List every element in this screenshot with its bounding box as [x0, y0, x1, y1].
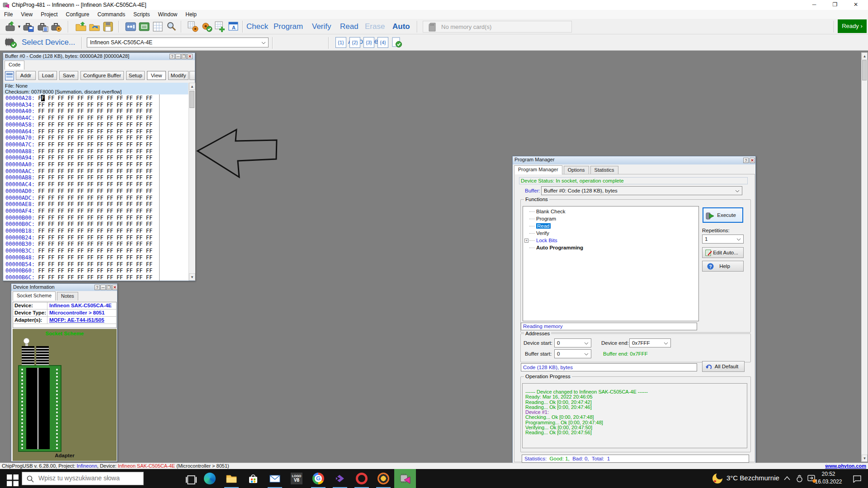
save-file-icon[interactable]	[102, 21, 114, 33]
hex-row[interactable]: 00000B24: FF FF FF FF FF FF FF FF FF FF …	[5, 235, 189, 241]
scroll-up-icon[interactable]: ▲	[189, 83, 195, 90]
hex-row[interactable]: 00000A7C: FF FF FF FF FF FF FF FF FF FF …	[5, 141, 189, 148]
wizard-run-icon[interactable]	[392, 37, 402, 48]
device-search-icon[interactable]	[165, 21, 177, 33]
hex-row[interactable]: 00000B54: FF FF FF FF FF FF FF FF FF FF …	[5, 261, 189, 268]
buffer-button-setup[interactable]: Setup	[126, 71, 145, 80]
scrollbar-thumb[interactable]	[862, 60, 867, 80]
close-icon[interactable]: ✕	[187, 54, 193, 59]
open-project-caret-icon[interactable]: ▼	[17, 24, 21, 29]
hex-row[interactable]: 00000B48: FF FF FF FF FF FF FF FF FF FF …	[5, 254, 189, 261]
pm-tab-program-manager[interactable]: Program Manager	[514, 165, 562, 174]
help-button[interactable]: ? Help	[702, 261, 744, 272]
hex-row[interactable]: 00000B18: FF FF FF FF FF FF FF FF FF FF …	[5, 228, 189, 235]
weather-text[interactable]: 3°C Bezchmurnie	[726, 474, 779, 482]
window-list-icon[interactable]: A	[228, 21, 240, 33]
taskbar-item-visual-studio[interactable]	[329, 469, 351, 488]
select-device-button[interactable]: Select Device...	[22, 37, 75, 48]
hex-row[interactable]: 00000A40: FF FF FF FF FF FF FF FF FF FF …	[5, 108, 189, 115]
hex-row[interactable]: 00000AE8: FF FF FF FF FF FF FF FF FF FF …	[5, 201, 189, 208]
load-file-icon[interactable]	[75, 21, 87, 33]
function-item[interactable]: Program	[523, 216, 698, 223]
restore-icon[interactable]: ❐	[106, 285, 112, 290]
pm-tab-options[interactable]: Options	[564, 166, 589, 174]
buffer-button-addr[interactable]: Addr	[16, 71, 36, 80]
action-program[interactable]: Program	[274, 21, 303, 33]
hex-row[interactable]: 00000A70: FF FF FF FF FF FF FF FF FF FF …	[5, 135, 189, 141]
wizard-step-3-icon[interactable]: {3}	[363, 37, 374, 48]
device-info-icon[interactable]	[138, 21, 150, 33]
menu-commands[interactable]: Commands	[94, 10, 129, 19]
device-end-dropdown[interactable]: 0x7FFF	[629, 338, 671, 347]
help-icon[interactable]: ?	[94, 285, 100, 290]
auto-programming-icon[interactable]	[201, 21, 212, 33]
hex-row[interactable]: 00000ADC: FF FF FF FF FF FF FF FF FF FF …	[5, 195, 189, 202]
menu-file[interactable]: File	[0, 10, 17, 19]
pm-tab-statistics[interactable]: Statistics	[590, 166, 618, 174]
menu-view[interactable]: View	[17, 10, 37, 19]
phyton-link[interactable]: www.phyton.com	[825, 463, 866, 469]
notification-icon[interactable]	[853, 475, 862, 483]
hex-row[interactable]: 00000AB8: FF FF FF FF FF FF FF FF FF FF …	[5, 174, 189, 181]
hex-row[interactable]: 00000A88: FF FF FF FF FF FF FF FF FF FF …	[5, 148, 189, 155]
hex-row[interactable]: 00000B60: FF FF FF FF FF FF FF FF FF FF …	[5, 267, 189, 274]
task-view-button[interactable]	[179, 469, 201, 488]
function-item[interactable]: Auto Programming	[523, 245, 698, 252]
wizard-step-2-icon[interactable]: {2}	[349, 37, 360, 48]
device-editor-icon[interactable]	[125, 21, 137, 33]
di-tab-socket-scheme[interactable]: Socket Scheme	[13, 291, 56, 300]
menu-help[interactable]: Help	[181, 10, 201, 19]
taskbar-item-chipprog-active[interactable]	[394, 469, 416, 488]
operation-log[interactable]: ------ Device changed to Infineon SAK-C5…	[522, 383, 747, 448]
menu-scripts[interactable]: Scripts	[129, 10, 154, 19]
buffer-scrollbar[interactable]: ▲ ▼	[189, 83, 195, 281]
minimize-button[interactable]: ─	[804, 0, 825, 10]
buffer-button-bl[interactable]: Bl	[189, 71, 195, 80]
minimize-icon[interactable]: ─	[100, 285, 106, 290]
new-buffer-icon[interactable]	[214, 21, 226, 33]
function-item[interactable]: Blank Check	[523, 209, 698, 216]
taskbar-item-logo-v8[interactable]: LOGO V8	[286, 469, 307, 488]
pm-buffer-dropdown[interactable]: Buffer #0: Code (128 KB), bytes	[541, 186, 742, 195]
view-mode-icon[interactable]	[5, 71, 14, 80]
menu-configure[interactable]: Configure	[62, 10, 94, 19]
hex-row[interactable]: 00000AA0: FF FF FF FF FF FF FF FF FF FF …	[5, 161, 189, 168]
hex-dump[interactable]: 00000A28: FF FF FF FF FF FF FF FF FF FF …	[4, 94, 189, 281]
tab-code[interactable]: Code	[5, 61, 24, 70]
di-tab-notes[interactable]: Notes	[57, 292, 78, 300]
pm-titlebar[interactable]: Program Manager	[513, 156, 755, 164]
scroll-down-icon[interactable]: ▼	[189, 273, 195, 281]
repetitions-dropdown[interactable]: 1	[702, 235, 744, 244]
buffer-button-modify[interactable]: Modify	[168, 71, 189, 80]
wizard-step-4-icon[interactable]: {4}	[377, 37, 388, 48]
hex-row[interactable]: 00000A28: FF FF FF FF FF FF FF FF FF FF …	[5, 95, 189, 102]
minimize-icon[interactable]: ─	[175, 54, 181, 59]
buffer-button-view[interactable]: View	[147, 71, 166, 80]
hex-row[interactable]: 00000B30: FF FF FF FF FF FF FF FF FF FF …	[5, 241, 189, 248]
scrollbar-thumb[interactable]	[189, 91, 194, 108]
start-button[interactable]	[0, 469, 22, 488]
program-manager-icon[interactable]	[187, 21, 199, 33]
function-item[interactable]: +Lock Bits	[523, 238, 698, 245]
buffer-window-titlebar[interactable]: Buffer #0 - Code (128 KB), bytes: 00000A…	[3, 53, 195, 60]
buffer-start-dropdown[interactable]: 0	[554, 349, 591, 358]
search-input[interactable]	[38, 474, 137, 482]
taskbar-item-opera[interactable]	[351, 469, 373, 488]
project-options-icon[interactable]	[51, 21, 62, 33]
tray-icon-1[interactable]	[796, 475, 803, 483]
hex-row[interactable]: 00000B0C: FF FF FF FF FF FF FF FF FF FF …	[5, 221, 189, 228]
action-verify[interactable]: Verify	[312, 21, 331, 33]
taskbar-item-mail[interactable]	[264, 469, 286, 488]
device-start-dropdown[interactable]: 0	[554, 338, 591, 347]
restore-icon[interactable]: ❐	[181, 54, 187, 59]
taskbar-item-chrome[interactable]: G	[307, 469, 329, 488]
action-auto[interactable]: Auto	[392, 21, 410, 33]
menu-project[interactable]: Project	[37, 10, 61, 19]
all-default-button[interactable]: All Default	[702, 361, 745, 372]
functions-tree[interactable]: Blank CheckProgramReadVerify+Lock BitsAu…	[523, 206, 699, 321]
action-read[interactable]: Read	[340, 21, 359, 33]
hex-row[interactable]: 00000A4C: FF FF FF FF FF FF FF FF FF FF …	[5, 115, 189, 122]
close-icon[interactable]: ✕	[750, 158, 755, 163]
execute-button[interactable]: Execute	[703, 207, 743, 223]
select-device-icon[interactable]	[5, 37, 17, 48]
